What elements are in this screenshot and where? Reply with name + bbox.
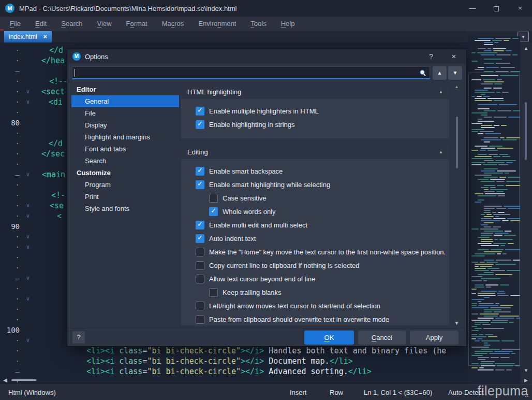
menu-format[interactable]: Format [119, 17, 155, 31]
maximize-icon [494, 6, 499, 11]
menu-view[interactable]: View [90, 17, 119, 31]
content-scroll-thumb[interactable] [456, 117, 458, 168]
sidebar-item-file[interactable]: File [71, 107, 179, 119]
fold-toggle-icon[interactable]: ∨ [22, 294, 34, 304]
options-search-input[interactable] [72, 66, 430, 79]
gutter-mark: – [0, 273, 22, 283]
checkbox[interactable] [196, 275, 204, 283]
menu-macros[interactable]: Macros [155, 17, 191, 31]
statusbar: Html (Windows) Insert Row Ln 1, Col 1 < … [0, 384, 532, 400]
menu-search[interactable]: Search [54, 17, 90, 31]
collapse-icon[interactable]: ▲ [439, 150, 443, 154]
menu-edit[interactable]: Edit [28, 17, 54, 31]
status-insert-mode[interactable]: Insert [290, 389, 307, 396]
checkbox[interactable]: ✓ [209, 207, 218, 216]
scroll-down-icon[interactable]: ▼ [520, 368, 532, 373]
scroll-up-icon[interactable]: ▲ [520, 46, 532, 51]
section-header[interactable]: Editing▲ [181, 145, 449, 159]
check-icon: ✓ [197, 234, 203, 241]
checkbox[interactable]: ✓ [196, 120, 204, 129]
options-content-scrollbar[interactable]: ▲ ▼ [453, 84, 460, 326]
ok-button[interactable]: OK [304, 331, 354, 345]
checkbox[interactable] [196, 248, 204, 256]
fold-spacer [22, 118, 34, 128]
option-label: Case sensitive [223, 194, 267, 202]
minimize-button[interactable]: — [461, 0, 484, 17]
checkbox[interactable]: ✓ [196, 180, 204, 189]
search-prev-button[interactable]: ▲ [433, 66, 447, 80]
options-dialog: M Options ? × ▲ ▼ EditorGeneralFileDispl… [67, 49, 466, 346]
vscroll-thumb[interactable] [525, 102, 527, 160]
apply-button[interactable]: Apply [410, 331, 459, 345]
checkbox[interactable]: ✓ [196, 107, 204, 116]
gutter-mark: · [0, 87, 22, 97]
fold-toggle-icon[interactable]: ∨ [22, 201, 34, 211]
dialog-close-button[interactable]: × [445, 49, 463, 64]
close-button[interactable]: × [508, 0, 532, 17]
option-label: Keep trailing blanks [223, 289, 281, 296]
sidebar-item-font-and-tabs[interactable]: Font and tabs [71, 143, 179, 155]
sidebar-item-print[interactable]: Print [71, 191, 179, 203]
dialog-title: Options [85, 53, 108, 61]
line-number: 90 [0, 221, 22, 232]
fold-toggle-icon[interactable]: ∨ [22, 273, 34, 283]
hscroll-thumb[interactable] [11, 379, 36, 381]
sidebar-item-highlight-and-margins[interactable]: Highlight and margins [71, 131, 179, 143]
checkbox[interactable]: ✓ [196, 221, 204, 230]
option-row: ✓Enable multi edit and multi select [181, 218, 449, 232]
code-text [34, 377, 468, 384]
tab-index-html[interactable]: index.html × [4, 31, 52, 42]
fold-toggle-icon[interactable]: ∨ [22, 169, 34, 180]
collapse-icon[interactable]: ▲ [439, 90, 443, 94]
maximize-button[interactable] [484, 0, 508, 17]
check-icon: ✓ [197, 120, 203, 127]
hscroll-right-icon[interactable]: ▶ [520, 378, 532, 383]
menu-help[interactable]: Help [274, 17, 302, 31]
sidebar-item-style-and-fonts[interactable]: Style and fonts [71, 203, 179, 215]
sidebar-item-search[interactable]: Search [71, 155, 179, 167]
fold-toggle-icon[interactable]: ∨ [22, 87, 34, 97]
cancel-button[interactable]: Cancel [358, 331, 406, 345]
content-scroll-up-icon[interactable]: ▲ [453, 84, 460, 89]
checkbox[interactable] [196, 315, 204, 324]
dialog-help-button[interactable]: ? [422, 49, 440, 64]
menu-file[interactable]: File [3, 17, 28, 31]
section-header[interactable]: HTML highlighting▲ [181, 84, 449, 99]
sidebar-item-general[interactable]: General [71, 95, 179, 107]
fold-toggle-icon[interactable]: ∨ [22, 97, 34, 107]
fold-toggle-icon[interactable]: ∨ [22, 211, 34, 221]
checkbox[interactable] [196, 302, 204, 310]
editor-vscrollbar[interactable]: ▲ ▼ ▶ [520, 42, 532, 384]
resize-grip[interactable] [525, 393, 530, 398]
fold-toggle-icon[interactable]: ∨ [22, 242, 34, 252]
status-cursor-position[interactable]: Ln 1, Col 1 < ($3C=60) [364, 389, 432, 396]
checkbox[interactable] [209, 194, 218, 203]
footer-help-button[interactable]: ? [72, 331, 85, 344]
fold-toggle-icon[interactable]: ∨ [22, 232, 34, 242]
checkbox[interactable]: ✓ [196, 167, 204, 176]
menu-tools[interactable]: Tools [243, 17, 273, 31]
gutter-mark: · [0, 201, 22, 211]
option-row: Allow text cursor beyond end of line [181, 272, 449, 285]
minimap[interactable] [468, 36, 520, 384]
fold-spacer [22, 263, 34, 273]
checkbox[interactable] [209, 288, 218, 297]
check-icon: ✓ [197, 106, 203, 114]
sidebar-item-display[interactable]: Display [71, 119, 179, 131]
tab-close-icon[interactable]: × [43, 33, 47, 40]
sidebar-item-program[interactable]: Program [71, 179, 179, 191]
tabbar: index.html × ▼ [0, 31, 532, 42]
hscroll-left-icon[interactable]: ◀ [3, 377, 7, 383]
option-row: Copy current line to clipboard if nothin… [181, 259, 449, 272]
content-scroll-down-icon[interactable]: ▼ [453, 320, 460, 326]
fold-toggle-icon[interactable]: ∨ [22, 335, 34, 346]
status-syntax-mode[interactable]: Html (Windows) [8, 389, 56, 396]
editor-line: ·<li><i class="bi bi-check-circle"></i> … [0, 346, 468, 356]
section-title: Editing [187, 148, 439, 156]
checkbox[interactable]: ✓ [196, 234, 204, 243]
menu-environment[interactable]: Environment [191, 17, 243, 31]
search-next-button[interactable]: ▼ [448, 66, 462, 80]
status-row-mode[interactable]: Row [330, 389, 343, 396]
checkbox[interactable] [196, 261, 204, 270]
gutter-mark: · [0, 252, 22, 263]
